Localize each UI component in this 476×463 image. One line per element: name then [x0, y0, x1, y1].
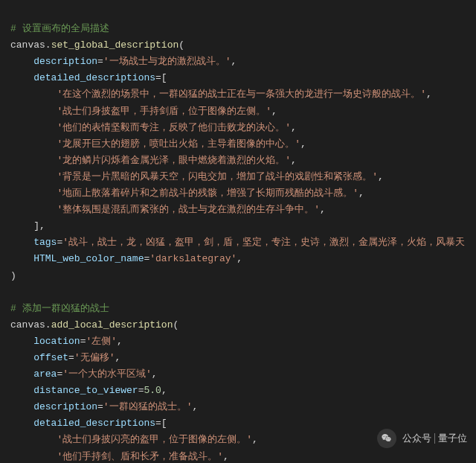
watermark-name: 量子位 [438, 430, 467, 447]
comma: , [358, 188, 364, 199]
string-literal: '整体氛围是混乱而紧张的，战士与龙在激烈的生存斗争中。' [57, 204, 320, 215]
string-literal: '一个大的水平区域' [62, 368, 152, 380]
comma: , [117, 336, 123, 347]
string-literal: 'darkslategray' [149, 253, 237, 264]
string-literal: '龙的鳞片闪烁着金属光泽，眼中燃烧着激烈的火焰。' [57, 155, 291, 166]
wechat-icon [377, 429, 396, 448]
param-description: description [33, 401, 97, 412]
comma: , [320, 204, 326, 215]
comma: , [152, 368, 158, 380]
comma: , [300, 138, 306, 150]
watermark-label: 公众号 [402, 430, 431, 447]
param-detailed-descriptions: detailed_descriptions [33, 418, 155, 429]
comma: , [231, 56, 237, 67]
string-literal: '战士们身披闪亮的盔甲，位于图像的左侧。' [57, 434, 252, 445]
string-literal: '他们手持剑、盾和长矛，准备战斗。' [57, 451, 223, 462]
open-bracket: =[ [155, 418, 167, 429]
dot: . [45, 319, 51, 331]
open-bracket: =[ [155, 72, 167, 83]
param-html-color: HTML_web_color_name [33, 253, 144, 264]
param-area: area [33, 368, 57, 380]
eq: = [97, 56, 103, 67]
object-ref: canvas [10, 319, 45, 331]
string-literal: '地面上散落着碎片和之前战斗的残骸，增强了长期而残酷的战斗感。' [57, 188, 358, 199]
param-location: location [33, 336, 80, 347]
string-literal: '左侧' [86, 336, 117, 347]
method-call: set_global_description [51, 39, 179, 51]
watermark: 公众号 量子位 [377, 429, 467, 448]
close-paren: ) [10, 270, 16, 281]
method-call: add_local_description [51, 319, 173, 331]
string-literal: '战士们身披盔甲，手持剑盾，位于图像的左侧。' [57, 106, 271, 117]
watermark-text: 公众号 量子位 [402, 430, 467, 447]
eq: = [97, 401, 103, 412]
comma: , [271, 106, 277, 117]
comment-line: # 设置画布的全局描述 [10, 23, 109, 34]
string-literal: '一群凶猛的战士。' [103, 401, 193, 412]
number-literal: 5.0 [144, 385, 161, 396]
eq: = [68, 352, 74, 363]
string-literal: '一场战士与龙的激烈战斗。' [103, 56, 231, 67]
comma: , [223, 451, 229, 462]
comma: , [291, 155, 297, 166]
param-distance: distance_to_viewer [33, 385, 138, 396]
open-paren: ( [178, 39, 184, 51]
comma: , [252, 434, 258, 445]
string-literal: '无偏移' [74, 352, 115, 363]
close-bracket: ], [33, 220, 45, 232]
param-detailed-descriptions: detailed_descriptions [33, 72, 155, 83]
string-literal: '战斗，战士，龙，凶猛，盔甲，剑，盾，坚定，专注，史诗，激烈，金属光泽，火焰，风… [62, 237, 465, 248]
comma: , [291, 122, 297, 133]
param-tags: tags [33, 237, 57, 248]
string-literal: '他们的表情坚毅而专注，反映了他们击败龙的决心。' [57, 122, 291, 133]
comma: , [192, 401, 198, 412]
param-offset: offset [33, 352, 68, 363]
object-ref: canvas [10, 39, 45, 51]
open-paren: ( [173, 319, 178, 331]
code-block: # 设置画布的全局描述 canvas.set_global_descriptio… [0, 0, 476, 463]
dot: . [45, 39, 51, 51]
param-description: description [33, 56, 97, 67]
string-literal: '龙展开巨大的翅膀，喷吐出火焰，主导着图像的中心。' [57, 138, 300, 150]
comma: , [237, 253, 242, 264]
string-literal: '背景是一片黑暗的风暴天空，闪电交加，增加了战斗的戏剧性和紧张感。' [57, 171, 378, 182]
divider [434, 433, 435, 444]
comma: , [378, 171, 384, 182]
comma: , [161, 385, 167, 396]
comment-line: # 添加一群凶猛的战士 [10, 303, 109, 314]
comma: , [115, 352, 120, 363]
string-literal: '在这个激烈的场景中，一群凶猛的战士正在与一条强大的龙进行一场史诗般的战斗。' [57, 89, 426, 100]
comma: , [426, 89, 432, 100]
